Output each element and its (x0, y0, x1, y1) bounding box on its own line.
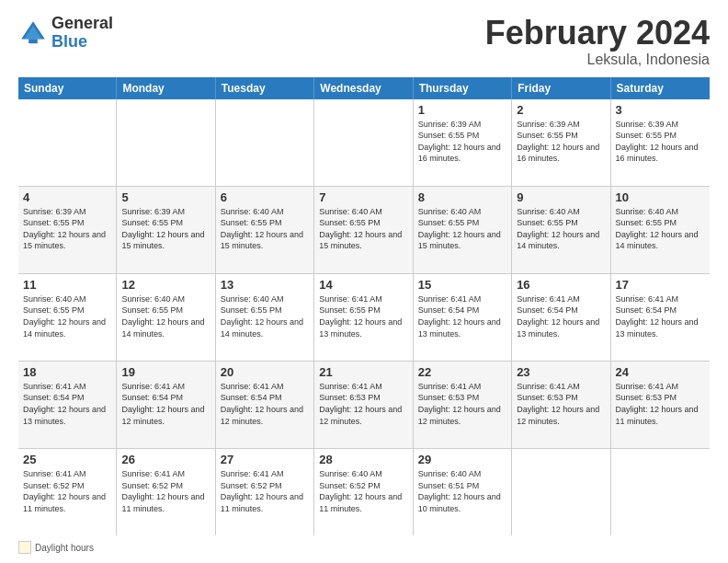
footer: Daylight hours (18, 535, 710, 554)
cal-cell (216, 99, 314, 186)
cal-cell: 16Sunrise: 6:41 AM Sunset: 6:54 PM Dayli… (512, 274, 610, 361)
day-number: 29 (418, 453, 506, 466)
cal-cell (512, 449, 610, 535)
cell-info: Sunrise: 6:41 AM Sunset: 6:54 PM Dayligh… (121, 381, 210, 427)
cell-info: Sunrise: 6:41 AM Sunset: 6:54 PM Dayligh… (23, 381, 111, 427)
cal-cell: 9Sunrise: 6:40 AM Sunset: 6:55 PM Daylig… (512, 187, 610, 273)
day-number: 14 (319, 278, 407, 292)
cal-cell: 18Sunrise: 6:41 AM Sunset: 6:54 PM Dayli… (18, 362, 117, 448)
cal-cell: 24Sunrise: 6:41 AM Sunset: 6:53 PM Dayli… (611, 362, 710, 448)
logo: General Blue (18, 15, 113, 52)
day-number: 2 (517, 103, 605, 117)
day-number: 7 (319, 190, 407, 204)
cell-info: Sunrise: 6:40 AM Sunset: 6:55 PM Dayligh… (221, 206, 309, 252)
cal-cell: 8Sunrise: 6:40 AM Sunset: 6:55 PM Daylig… (414, 187, 512, 273)
cal-header-saturday: Saturday (611, 77, 710, 99)
day-number: 16 (517, 278, 605, 292)
cal-row-1: 4Sunrise: 6:39 AM Sunset: 6:55 PM Daylig… (18, 187, 710, 274)
cal-row-4: 25Sunrise: 6:41 AM Sunset: 6:52 PM Dayli… (18, 449, 710, 535)
cell-info: Sunrise: 6:39 AM Sunset: 6:55 PM Dayligh… (23, 206, 111, 252)
cal-cell (611, 449, 710, 535)
day-number: 20 (221, 365, 309, 379)
subtitle: Leksula, Indonesia (485, 52, 710, 68)
header: General Blue February 2024 Leksula, Indo… (18, 15, 710, 68)
day-number: 19 (121, 365, 210, 379)
day-number: 9 (517, 190, 605, 204)
main-title: February 2024 (485, 15, 710, 52)
cal-cell: 3Sunrise: 6:39 AM Sunset: 6:55 PM Daylig… (611, 99, 710, 186)
cell-info: Sunrise: 6:41 AM Sunset: 6:52 PM Dayligh… (23, 468, 111, 514)
day-number: 24 (616, 365, 705, 379)
cal-cell: 6Sunrise: 6:40 AM Sunset: 6:55 PM Daylig… (216, 187, 314, 273)
cal-cell: 27Sunrise: 6:41 AM Sunset: 6:52 PM Dayli… (216, 449, 314, 535)
cell-info: Sunrise: 6:41 AM Sunset: 6:54 PM Dayligh… (418, 293, 506, 339)
cell-info: Sunrise: 6:40 AM Sunset: 6:55 PM Dayligh… (517, 206, 605, 252)
cal-cell: 29Sunrise: 6:40 AM Sunset: 6:51 PM Dayli… (414, 449, 512, 535)
legend-item-daylight: Daylight hours (18, 541, 94, 554)
day-number: 13 (221, 278, 309, 292)
cell-info: Sunrise: 6:41 AM Sunset: 6:52 PM Dayligh… (221, 468, 309, 514)
logo-general-text: General (51, 15, 113, 33)
cal-cell: 17Sunrise: 6:41 AM Sunset: 6:54 PM Dayli… (611, 274, 710, 361)
cell-info: Sunrise: 6:39 AM Sunset: 6:55 PM Dayligh… (517, 119, 605, 165)
day-number: 25 (23, 453, 111, 466)
cal-cell: 21Sunrise: 6:41 AM Sunset: 6:53 PM Dayli… (314, 362, 413, 448)
logo-icon (18, 18, 48, 48)
day-number: 10 (616, 190, 705, 204)
cal-cell: 25Sunrise: 6:41 AM Sunset: 6:52 PM Dayli… (18, 449, 117, 535)
cal-cell: 22Sunrise: 6:41 AM Sunset: 6:53 PM Dayli… (414, 362, 512, 448)
cal-cell (117, 99, 215, 186)
cal-cell: 26Sunrise: 6:41 AM Sunset: 6:52 PM Dayli… (117, 449, 215, 535)
day-number: 26 (121, 453, 210, 466)
cell-info: Sunrise: 6:40 AM Sunset: 6:55 PM Dayligh… (23, 293, 111, 339)
day-number: 12 (121, 278, 210, 292)
cal-header-tuesday: Tuesday (216, 77, 314, 99)
day-number: 4 (23, 190, 111, 204)
calendar-body: 1Sunrise: 6:39 AM Sunset: 6:55 PM Daylig… (18, 99, 710, 535)
day-number: 17 (616, 278, 705, 292)
cell-info: Sunrise: 6:40 AM Sunset: 6:55 PM Dayligh… (319, 206, 407, 252)
cal-cell: 23Sunrise: 6:41 AM Sunset: 6:53 PM Dayli… (512, 362, 610, 448)
cal-header-friday: Friday (512, 77, 610, 99)
legend-color-daylight (18, 541, 31, 554)
cal-cell (18, 99, 117, 186)
cal-row-3: 18Sunrise: 6:41 AM Sunset: 6:54 PM Dayli… (18, 362, 710, 449)
cal-cell: 20Sunrise: 6:41 AM Sunset: 6:54 PM Dayli… (216, 362, 314, 448)
cal-header-thursday: Thursday (414, 77, 512, 99)
cal-cell: 28Sunrise: 6:40 AM Sunset: 6:52 PM Dayli… (314, 449, 413, 535)
cell-info: Sunrise: 6:41 AM Sunset: 6:54 PM Dayligh… (616, 293, 705, 339)
day-number: 6 (221, 190, 309, 204)
cell-info: Sunrise: 6:39 AM Sunset: 6:55 PM Dayligh… (121, 206, 210, 252)
cell-info: Sunrise: 6:41 AM Sunset: 6:53 PM Dayligh… (616, 381, 705, 427)
cell-info: Sunrise: 6:41 AM Sunset: 6:55 PM Dayligh… (319, 293, 407, 339)
day-number: 5 (121, 190, 210, 204)
page: General Blue February 2024 Leksula, Indo… (0, 0, 728, 563)
cell-info: Sunrise: 6:41 AM Sunset: 6:53 PM Dayligh… (319, 381, 407, 427)
day-number: 11 (23, 278, 111, 292)
cal-cell: 13Sunrise: 6:40 AM Sunset: 6:55 PM Dayli… (216, 274, 314, 361)
cal-cell: 4Sunrise: 6:39 AM Sunset: 6:55 PM Daylig… (18, 187, 117, 273)
day-number: 21 (319, 365, 407, 379)
cal-cell: 11Sunrise: 6:40 AM Sunset: 6:55 PM Dayli… (18, 274, 117, 361)
day-number: 22 (418, 365, 506, 379)
cal-cell: 15Sunrise: 6:41 AM Sunset: 6:54 PM Dayli… (414, 274, 512, 361)
day-number: 27 (221, 453, 309, 466)
cell-info: Sunrise: 6:41 AM Sunset: 6:54 PM Dayligh… (221, 381, 309, 427)
cal-header-monday: Monday (117, 77, 215, 99)
calendar-header: SundayMondayTuesdayWednesdayThursdayFrid… (18, 77, 710, 99)
calendar: SundayMondayTuesdayWednesdayThursdayFrid… (18, 77, 710, 535)
cal-cell: 10Sunrise: 6:40 AM Sunset: 6:55 PM Dayli… (611, 187, 710, 273)
cal-cell (314, 99, 413, 186)
cal-cell: 19Sunrise: 6:41 AM Sunset: 6:54 PM Dayli… (117, 362, 215, 448)
cal-row-0: 1Sunrise: 6:39 AM Sunset: 6:55 PM Daylig… (18, 99, 710, 187)
cal-cell: 5Sunrise: 6:39 AM Sunset: 6:55 PM Daylig… (117, 187, 215, 273)
cal-header-wednesday: Wednesday (314, 77, 413, 99)
cal-cell: 7Sunrise: 6:40 AM Sunset: 6:55 PM Daylig… (314, 187, 413, 273)
cell-info: Sunrise: 6:40 AM Sunset: 6:55 PM Dayligh… (418, 206, 506, 252)
title-block: February 2024 Leksula, Indonesia (485, 15, 710, 68)
cell-info: Sunrise: 6:39 AM Sunset: 6:55 PM Dayligh… (616, 119, 705, 165)
cal-cell: 2Sunrise: 6:39 AM Sunset: 6:55 PM Daylig… (512, 99, 610, 186)
cell-info: Sunrise: 6:41 AM Sunset: 6:53 PM Dayligh… (517, 381, 605, 427)
cal-cell: 14Sunrise: 6:41 AM Sunset: 6:55 PM Dayli… (314, 274, 413, 361)
cell-info: Sunrise: 6:39 AM Sunset: 6:55 PM Dayligh… (418, 119, 506, 165)
